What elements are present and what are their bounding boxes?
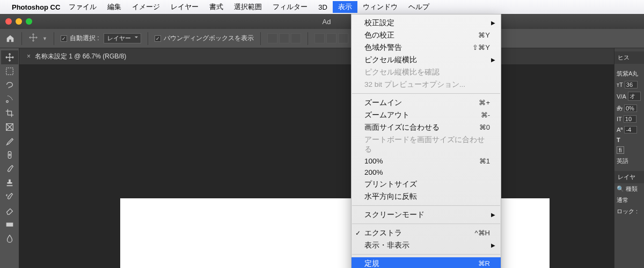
menu-item[interactable]: 100%⌘1 bbox=[352, 155, 501, 167]
align-buttons bbox=[267, 33, 301, 43]
align-button[interactable] bbox=[326, 33, 336, 43]
tool-column bbox=[0, 48, 19, 268]
layer-filter[interactable]: 種類 bbox=[626, 185, 638, 193]
lock-row: ロック : bbox=[614, 206, 644, 217]
align-button[interactable] bbox=[314, 33, 325, 43]
window-title: Ad bbox=[36, 18, 617, 26]
menubar-item-0[interactable]: ファイル bbox=[63, 1, 102, 13]
menu-item[interactable]: プリントサイズ bbox=[352, 178, 501, 190]
align-button[interactable] bbox=[338, 33, 348, 43]
menu-item[interactable]: 定規⌘R bbox=[352, 257, 501, 268]
bounding-box-toggle[interactable]: ✓ バウンディングボックスを表示 bbox=[155, 34, 254, 43]
menu-item: アートボードを画面サイズに合わせる bbox=[352, 133, 501, 155]
menu-separator bbox=[352, 205, 500, 206]
home-icon[interactable] bbox=[5, 34, 15, 43]
move-tool[interactable] bbox=[1, 50, 18, 64]
checkbox-icon[interactable]: ✓ bbox=[155, 35, 161, 42]
vscale-input[interactable]: 10 bbox=[624, 115, 636, 123]
font-select[interactable]: 筑紫A丸 bbox=[614, 68, 644, 79]
separator bbox=[148, 32, 148, 45]
svg-rect-0 bbox=[6, 68, 13, 75]
app-name[interactable]: Photoshop CC bbox=[12, 3, 60, 11]
tsume-input[interactable]: 0% bbox=[624, 105, 637, 112]
separator bbox=[308, 32, 308, 45]
fi-ligature[interactable]: fi bbox=[617, 146, 624, 154]
menubar-item-1[interactable]: 編集 bbox=[102, 1, 127, 13]
align-button[interactable] bbox=[291, 33, 301, 43]
document-area: × 名称未設定 1 @ 66.7% (RGB/8) bbox=[19, 48, 614, 268]
menu-item[interactable]: スクリーンモード▶ bbox=[352, 209, 501, 221]
menu-item[interactable]: 校正設定▶ bbox=[352, 17, 501, 29]
layer-dropdown[interactable]: レイヤー bbox=[104, 33, 141, 43]
brush-tool[interactable] bbox=[1, 162, 18, 176]
crop-tool[interactable] bbox=[1, 106, 18, 120]
move-glyph-icon[interactable] bbox=[28, 33, 38, 44]
baseline-input[interactable]: -4 bbox=[624, 126, 637, 133]
eyedropper-tool[interactable] bbox=[1, 134, 18, 148]
menubar-item-10[interactable]: ヘルプ bbox=[403, 1, 435, 13]
menu-separator bbox=[352, 254, 500, 255]
align-button[interactable] bbox=[267, 33, 277, 43]
menubar-item-6[interactable]: フィルター bbox=[267, 1, 313, 13]
menubar-item-4[interactable]: 書式 bbox=[204, 1, 229, 13]
zoom-button[interactable] bbox=[26, 18, 32, 25]
menu-item[interactable]: ズームイン⌘+ bbox=[352, 96, 501, 109]
auto-select-toggle[interactable]: ✓ 自動選択 : bbox=[61, 34, 99, 43]
document-tab-row: × 名称未設定 1 @ 66.7% (RGB/8) bbox=[19, 48, 614, 64]
separator bbox=[21, 32, 22, 45]
menu-item[interactable]: 200% bbox=[352, 167, 501, 178]
menubar-item-5[interactable]: 選択範囲 bbox=[229, 1, 267, 13]
font-size-input[interactable]: 36 bbox=[625, 81, 638, 88]
menu-item[interactable]: ズームアウト⌘- bbox=[352, 109, 501, 121]
menubar-item-3[interactable]: レイヤー bbox=[165, 1, 204, 13]
view-menu-dropdown: 校正設定▶色の校正⌘Y色域外警告⇧⌘Yピクセル縦横比▶ピクセル縦横比を確認32 … bbox=[351, 14, 501, 268]
window-titlebar: Ad bbox=[0, 14, 644, 29]
menu-separator bbox=[352, 93, 500, 94]
document-tab[interactable]: × 名称未設定 1 @ 66.7% (RGB/8) bbox=[23, 52, 130, 61]
align-button[interactable] bbox=[279, 33, 289, 43]
mac-menubar: Photoshop CC ファイル編集イメージレイヤー書式選択範囲フィルター3D… bbox=[0, 0, 644, 14]
minimize-button[interactable] bbox=[16, 18, 22, 25]
menu-item[interactable]: 表示・非表示▶ bbox=[352, 239, 501, 251]
distribute-buttons bbox=[314, 33, 348, 43]
menu-item[interactable]: ✓エクストラ^⌘H bbox=[352, 227, 501, 239]
blur-tool[interactable] bbox=[1, 232, 18, 245]
menu-separator bbox=[352, 224, 500, 224]
layers-tab[interactable]: レイヤ bbox=[614, 171, 644, 183]
workspace: × 名称未設定 1 @ 66.7% (RGB/8) ヒス 筑紫A丸 тT36 V… bbox=[0, 48, 644, 268]
menu-item[interactable]: 色域外警告⇧⌘Y bbox=[352, 41, 501, 54]
canvas-viewport[interactable] bbox=[19, 64, 614, 268]
menu-item: 32 bit プレビューオプション... bbox=[352, 78, 501, 91]
separator bbox=[260, 32, 261, 45]
kerning-input[interactable]: オ bbox=[628, 92, 641, 101]
menu-item[interactable]: 水平方向に反転 bbox=[352, 190, 501, 203]
close-tab-icon[interactable]: × bbox=[27, 53, 31, 60]
svg-rect-4 bbox=[6, 222, 13, 226]
quick-select-tool[interactable] bbox=[1, 92, 18, 106]
menu-item: ピクセル縦横比を確認 bbox=[352, 66, 501, 78]
t-bold[interactable]: T bbox=[617, 137, 620, 143]
right-panel: ヒス 筑紫A丸 тT36 V/Aオ あ0% IT10 Aª-4 T fi 英語 … bbox=[614, 48, 644, 268]
lasso-tool[interactable] bbox=[1, 78, 18, 92]
menubar-item-9[interactable]: ウィンドウ bbox=[357, 1, 403, 13]
menu-item[interactable]: 画面サイズに合わせる⌘0 bbox=[352, 121, 501, 133]
eraser-tool[interactable] bbox=[1, 204, 18, 218]
checkbox-icon[interactable]: ✓ bbox=[61, 35, 67, 42]
frame-tool[interactable] bbox=[1, 120, 18, 134]
blend-mode[interactable]: 通常 bbox=[614, 195, 644, 206]
svg-point-1 bbox=[6, 101, 8, 103]
marquee-tool[interactable] bbox=[1, 64, 18, 78]
stamp-tool[interactable] bbox=[1, 176, 18, 190]
menubar-item-7[interactable]: 3D bbox=[313, 2, 333, 12]
healing-tool[interactable] bbox=[1, 148, 18, 162]
menu-item[interactable]: 色の校正⌘Y bbox=[352, 29, 501, 41]
menubar-item-8[interactable]: 表示 bbox=[333, 1, 357, 13]
history-tab[interactable]: ヒス bbox=[614, 51, 644, 64]
close-button[interactable] bbox=[5, 18, 12, 25]
lang-select[interactable]: 英語 bbox=[614, 155, 644, 167]
menu-item[interactable]: ピクセル縦横比▶ bbox=[352, 54, 501, 66]
history-brush-tool[interactable] bbox=[1, 190, 18, 204]
gradient-tool[interactable] bbox=[1, 218, 18, 232]
menubar-item-2[interactable]: イメージ bbox=[127, 1, 165, 13]
document-tab-label: 名称未設定 1 @ 66.7% (RGB/8) bbox=[35, 52, 126, 61]
